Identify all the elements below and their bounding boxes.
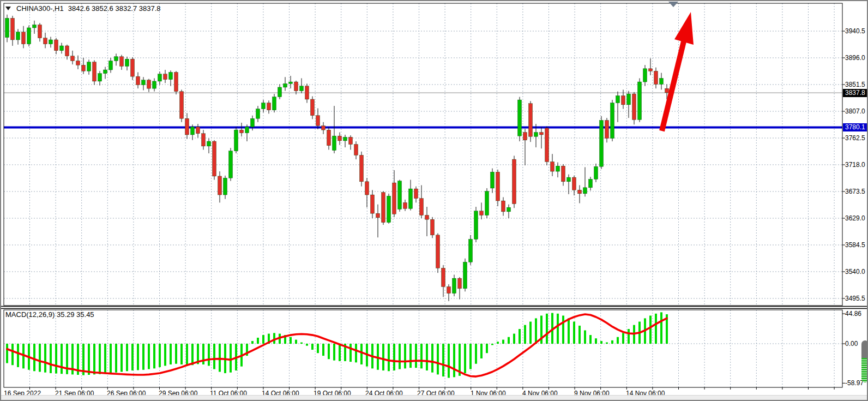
candle-body: [583, 188, 587, 194]
candle-body: [245, 127, 249, 133]
macd-histogram-bar: [88, 344, 90, 375]
candle-body: [114, 57, 118, 61]
candle-body: [403, 202, 407, 208]
candle-body: [76, 61, 80, 65]
price-axis-label: 3584.5: [845, 241, 865, 249]
macd-histogram-bar: [535, 318, 537, 344]
candle-body: [284, 83, 287, 87]
candle-body: [643, 69, 647, 82]
macd-histogram-bar: [93, 344, 95, 374]
macd-histogram-bar: [611, 340, 613, 344]
macd-histogram-bar: [475, 344, 477, 364]
candle-body: [540, 133, 544, 135]
candle-body: [354, 145, 358, 155]
candle-body: [16, 32, 20, 40]
macd-histogram-bar: [404, 344, 406, 368]
macd-histogram-bar: [415, 344, 417, 368]
candle-body: [5, 18, 9, 37]
macd-histogram-bar: [513, 334, 515, 344]
macd-histogram-bar: [251, 341, 254, 344]
candle-body: [202, 134, 206, 146]
candle-body: [224, 178, 227, 195]
macd-histogram-bar: [317, 344, 319, 353]
candle-body: [496, 172, 500, 201]
candle-body: [534, 133, 538, 137]
macd-histogram-bar: [175, 344, 177, 364]
macd-histogram-bar: [448, 344, 450, 378]
price-axis-label: 3495.5: [845, 295, 865, 302]
macd-histogram-bar: [464, 344, 466, 373]
candle-body: [82, 65, 86, 71]
macd-histogram-bar: [39, 344, 41, 372]
macd-histogram-bar: [115, 344, 117, 373]
candle-body: [234, 130, 238, 151]
candle-body: [11, 18, 15, 40]
candle-body: [431, 219, 435, 235]
macd-histogram-bar: [469, 344, 472, 369]
macd-histogram-bar: [562, 315, 564, 344]
candle-body: [27, 28, 31, 44]
candle-body: [142, 80, 146, 85]
macd-histogram-bar: [628, 329, 630, 344]
price-axis-label: 3540.0: [845, 268, 865, 276]
macd-histogram-bar: [295, 340, 297, 344]
candle-body: [267, 103, 271, 110]
candle-body: [316, 116, 320, 126]
scroll-thumb-icon[interactable]: [861, 340, 868, 358]
level-price-tag: 3780.1: [843, 123, 868, 131]
macd-histogram-bar: [170, 344, 172, 364]
scroll-widget[interactable]: [861, 340, 868, 382]
candle-body: [322, 125, 326, 130]
macd-histogram-bar: [148, 344, 150, 369]
candle-body: [104, 70, 107, 74]
macd-histogram-bar: [529, 322, 532, 344]
candle-body: [164, 74, 167, 80]
candle-body: [294, 82, 298, 91]
macd-histogram-bar: [61, 344, 63, 374]
macd-histogram-bar: [502, 340, 504, 344]
macd-histogram-bar: [333, 344, 335, 361]
candle-body: [660, 78, 664, 84]
macd-histogram-bar: [213, 344, 215, 369]
macd-histogram-bar: [573, 322, 575, 344]
candlestick-chart-canvas[interactable]: [1, 1, 868, 401]
macd-histogram-bar: [120, 344, 123, 372]
candle-body: [55, 40, 58, 51]
candle-body: [502, 201, 505, 212]
candle-body: [120, 57, 124, 67]
macd-histogram-bar: [524, 325, 526, 344]
symbol-dropdown-icon[interactable]: [5, 7, 11, 10]
macd-histogram-bar: [230, 344, 232, 373]
candle-body: [185, 118, 189, 135]
candle-body: [376, 213, 380, 218]
candle-body: [180, 92, 184, 119]
candle-body: [627, 94, 631, 105]
candle-body: [191, 127, 195, 135]
candle-body: [60, 46, 64, 51]
candle-body: [507, 207, 511, 212]
candle-body: [300, 86, 304, 91]
candle-body: [393, 183, 396, 214]
macd-histogram-bar: [44, 344, 46, 373]
trend-arrow-shaft: [662, 41, 684, 131]
candle-body: [480, 211, 484, 216]
macd-histogram-bar: [557, 314, 559, 344]
candle-body: [665, 88, 669, 93]
candle-body: [414, 189, 418, 199]
candle-body: [169, 72, 173, 79]
status-strip: [1, 395, 867, 400]
candle-body: [343, 137, 347, 141]
candle-body: [387, 196, 391, 222]
candle-body: [196, 127, 200, 134]
macd-histogram-bar: [126, 344, 128, 371]
macd-histogram-bar: [137, 344, 139, 370]
candle-body: [158, 74, 162, 81]
candle-body: [327, 130, 331, 146]
candle-body: [349, 137, 353, 144]
macd-histogram-bar: [349, 344, 352, 362]
macd-histogram-bar: [409, 344, 412, 368]
macd-histogram-bar: [257, 338, 259, 344]
candle-body: [409, 189, 413, 208]
price-axis-label: 3896.0: [845, 54, 865, 62]
price-axis-label: 3851.5: [845, 81, 865, 88]
